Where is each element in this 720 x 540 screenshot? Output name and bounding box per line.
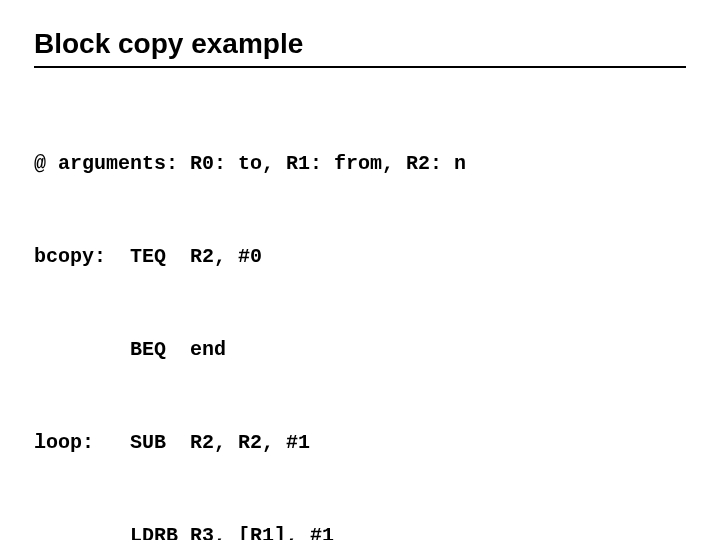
code-comment: @ arguments: R0: to, R1: from, R2: n [34,148,686,179]
code-block: @ arguments: R0: to, R1: from, R2: n bco… [34,86,686,540]
code-operands: R2, #0 [190,245,262,268]
code-line: LDRBR3, [R1], #1 [34,520,686,540]
code-opcode: LDRB [130,520,190,540]
code-opcode: TEQ [130,241,190,272]
page-title: Block copy example [34,28,686,68]
code-label: loop: [34,427,130,458]
code-opcode: SUB [130,427,190,458]
code-line: loop:SUBR2, R2, #1 [34,427,686,458]
code-line: BEQend [34,334,686,365]
code-line: bcopy:TEQR2, #0 [34,241,686,272]
code-opcode: BEQ [130,334,190,365]
code-operands: R2, R2, #1 [190,431,310,454]
code-operands: R3, [R1], #1 [190,524,334,540]
code-operands: end [190,338,226,361]
code-label: bcopy: [34,241,130,272]
